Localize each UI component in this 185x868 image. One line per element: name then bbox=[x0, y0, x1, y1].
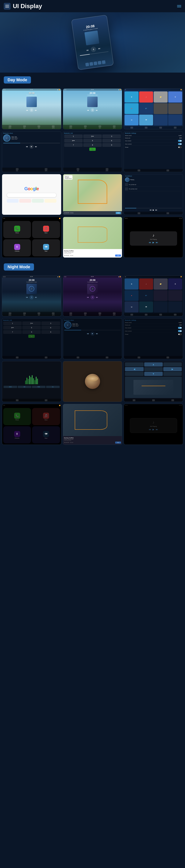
next-icon[interactable]: ⏭ bbox=[98, 47, 101, 50]
bb-email[interactable]: EMAIL bbox=[8, 125, 11, 129]
night-np-next[interactable]: ⏭ bbox=[156, 428, 158, 431]
nb-1-2[interactable]: DIAL bbox=[23, 312, 26, 316]
dial-5[interactable]: 5 bbox=[83, 139, 102, 143]
next-btn-day2[interactable]: ⏭ bbox=[96, 109, 98, 111]
bb-9-2[interactable] bbox=[166, 212, 169, 214]
prev-btn-day2[interactable]: ⏮ bbox=[87, 109, 89, 111]
play-button[interactable]: ⏸ bbox=[90, 46, 97, 53]
bb-gps[interactable]: GPS bbox=[37, 125, 40, 129]
dial-8[interactable]: 8 bbox=[83, 143, 102, 147]
apple-music-app[interactable]: 🎵 Music bbox=[32, 221, 60, 238]
app-files[interactable]: 📁 bbox=[154, 91, 168, 102]
nav-arrow-left[interactable]: ◀ bbox=[125, 367, 143, 371]
nb-2-2[interactable]: DIAL bbox=[84, 312, 87, 316]
auto-connect-toggle[interactable] bbox=[178, 143, 182, 145]
app-music[interactable]: ♪ bbox=[139, 91, 153, 102]
night-dial-1[interactable]: 1 bbox=[3, 321, 22, 325]
night-prev-2[interactable]: ⏮ bbox=[87, 296, 89, 298]
eq-btn-2[interactable]: MID bbox=[18, 386, 31, 388]
bookmark-3[interactable] bbox=[32, 199, 44, 203]
night-np-prev[interactable]: ⏮ bbox=[149, 428, 151, 431]
night-app-settings[interactable]: ⚙ bbox=[168, 278, 182, 289]
social-play[interactable]: ▶ bbox=[153, 209, 154, 211]
nbb-6-2[interactable] bbox=[166, 356, 169, 359]
prev-icon[interactable]: ⏮ bbox=[86, 49, 89, 52]
night-music-app[interactable]: 🎵 Music bbox=[32, 408, 60, 425]
nb-1-4[interactable]: APPS bbox=[52, 312, 55, 316]
bb-6-2[interactable] bbox=[166, 169, 169, 172]
call-button[interactable]: 📞 bbox=[89, 148, 96, 151]
eq-btn-4[interactable]: EQ bbox=[46, 386, 60, 388]
night-next-1[interactable]: ⏭ bbox=[35, 296, 37, 298]
bb-dial[interactable]: DIAL bbox=[23, 125, 26, 129]
night-phone-app[interactable]: 📞 Phone bbox=[3, 408, 31, 425]
bookmark-1[interactable] bbox=[7, 199, 19, 203]
go-button[interactable]: GO bbox=[116, 212, 121, 214]
social-next[interactable]: ⏭ bbox=[155, 209, 157, 211]
next-btn-day1[interactable]: ⏭ bbox=[35, 109, 37, 111]
nbb-5-2[interactable] bbox=[106, 356, 108, 359]
eq-btn-1[interactable]: BASS bbox=[4, 386, 17, 388]
night-dial-5[interactable]: 5 bbox=[22, 326, 41, 330]
app-icon-1[interactable] bbox=[85, 63, 89, 66]
app-icon-4[interactable] bbox=[98, 61, 101, 65]
bb-5-1[interactable]: DIAL bbox=[77, 168, 79, 172]
night-dial-4[interactable]: 4••• bbox=[3, 326, 22, 330]
np-play[interactable]: ▶ bbox=[153, 241, 154, 244]
social-prev[interactable]: ⏮ bbox=[150, 209, 152, 211]
nbb-8-1[interactable] bbox=[133, 399, 135, 401]
eq-btn-3[interactable]: TREB bbox=[32, 386, 46, 388]
nbb-3-2[interactable] bbox=[145, 314, 148, 316]
night-play-1[interactable]: ⏸ bbox=[29, 295, 34, 300]
night-app-telegram[interactable]: ✈ bbox=[125, 278, 138, 289]
bb-gps2[interactable]: GPS bbox=[99, 125, 101, 129]
nav-icon[interactable] bbox=[177, 5, 181, 7]
auto-answer-toggle[interactable] bbox=[178, 140, 182, 142]
bt-next[interactable]: ⏭ bbox=[35, 146, 37, 148]
bb-6-1[interactable] bbox=[138, 169, 140, 172]
bb-3-2[interactable] bbox=[145, 127, 148, 129]
night-prev-1[interactable]: ⏮ bbox=[26, 296, 28, 298]
night-maps-app[interactable]: 🗺 Maps bbox=[32, 426, 60, 443]
bb-dial2[interactable]: DIAL bbox=[84, 125, 87, 129]
nbb-6-1[interactable] bbox=[138, 356, 140, 359]
night-dial-7[interactable]: 7 bbox=[3, 330, 22, 334]
nav-arrow-up[interactable]: ▲ bbox=[144, 362, 163, 367]
bt-prev[interactable]: ⏮ bbox=[26, 146, 28, 148]
nb-1-1[interactable]: EMAIL bbox=[8, 312, 11, 316]
night-auto-connect-toggle[interactable] bbox=[178, 330, 182, 332]
bb-9-1[interactable] bbox=[138, 212, 140, 214]
night-dial-3[interactable]: 3 bbox=[41, 321, 60, 325]
nbb-3-1[interactable] bbox=[130, 314, 133, 316]
play-btn-day1[interactable]: ⏸ bbox=[30, 108, 33, 112]
social-item-2[interactable]: 华乐_进行曲_8.mp3 bbox=[125, 187, 182, 191]
night-dial-8[interactable]: 8 bbox=[22, 330, 41, 334]
nav-arrow-right[interactable]: ▶ bbox=[163, 367, 182, 371]
nbb-8-3[interactable] bbox=[171, 399, 174, 401]
nb-2-1[interactable]: EMAIL bbox=[70, 312, 72, 316]
menu-icon[interactable] bbox=[4, 3, 10, 10]
night-next-2[interactable]: ⏭ bbox=[96, 296, 98, 298]
app-nav[interactable]: 🔺 bbox=[125, 103, 138, 114]
bookmark-2[interactable] bbox=[19, 199, 31, 203]
np-next[interactable]: ⏭ bbox=[156, 241, 158, 244]
dial-7[interactable]: 7 bbox=[64, 143, 83, 147]
night-call-button[interactable]: 📞 bbox=[28, 335, 35, 338]
play-btn-day2[interactable]: ⏸ bbox=[90, 108, 95, 112]
night-np-play[interactable]: ▶ bbox=[153, 428, 154, 431]
app-maps2[interactable]: 🗺 bbox=[139, 115, 153, 125]
bb-3-1[interactable] bbox=[130, 127, 133, 129]
bb-5-2[interactable]: APPS bbox=[106, 168, 108, 172]
nbb-3-3[interactable] bbox=[159, 314, 162, 316]
nb-2-4[interactable]: APPS bbox=[113, 312, 115, 316]
nbb-8-2[interactable] bbox=[152, 399, 155, 401]
nbb-7-2[interactable] bbox=[45, 399, 47, 401]
np-prev[interactable]: ⏮ bbox=[149, 241, 151, 244]
nav-arrow-down[interactable]: ▼ bbox=[144, 372, 163, 376]
nbb-4-1[interactable] bbox=[16, 356, 19, 359]
flower-toggle[interactable] bbox=[178, 146, 182, 148]
night-play-2[interactable]: ⏸ bbox=[90, 295, 95, 300]
nbb-5-1[interactable] bbox=[77, 356, 79, 359]
bb-3-3[interactable] bbox=[159, 127, 162, 129]
night-dial-2[interactable]: 2••• bbox=[22, 321, 41, 325]
